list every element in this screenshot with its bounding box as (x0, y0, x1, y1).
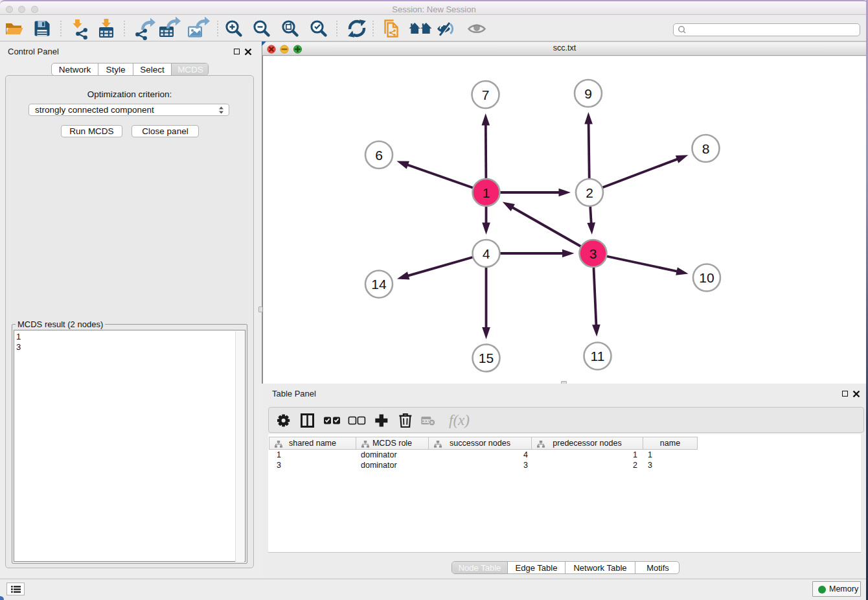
svg-text:f(x): f(x) (449, 412, 470, 428)
svg-text:10: 10 (699, 270, 714, 285)
svg-text:15: 15 (479, 351, 494, 365)
svg-text:3: 3 (589, 246, 597, 261)
svg-text:2: 2 (586, 185, 593, 200)
svg-text:6: 6 (375, 148, 383, 163)
svg-text:11: 11 (591, 349, 605, 363)
svg-text:8: 8 (702, 141, 710, 156)
svg-text:14: 14 (371, 277, 387, 292)
svg-text:4: 4 (483, 246, 490, 261)
svg-text:7: 7 (482, 87, 490, 102)
svg-text:1: 1 (483, 185, 490, 200)
svg-text:9: 9 (584, 86, 592, 101)
